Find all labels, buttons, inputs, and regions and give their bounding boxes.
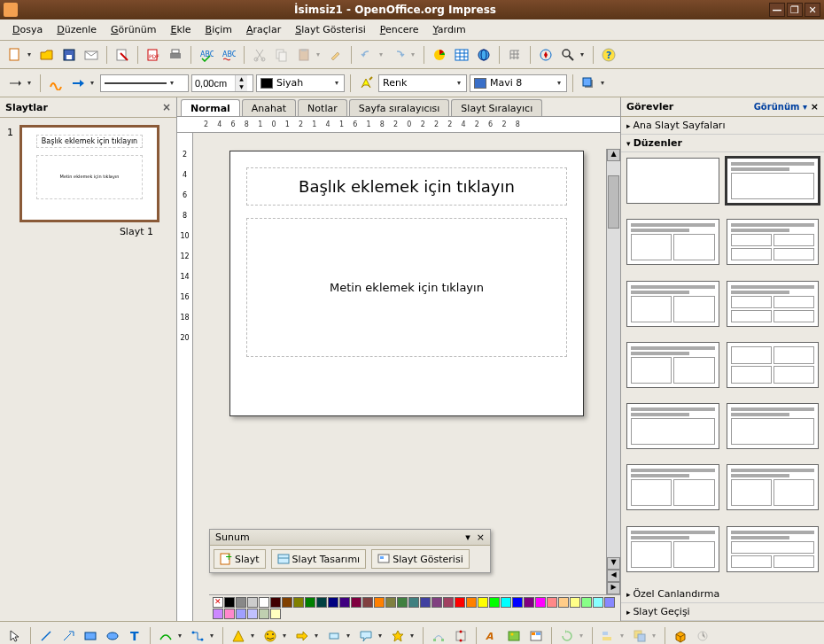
- shadow-button[interactable]: [579, 74, 598, 93]
- color-swatch[interactable]: [466, 597, 477, 608]
- color-swatch[interactable]: [408, 597, 419, 608]
- color-swatch[interactable]: [247, 609, 258, 619]
- color-swatch[interactable]: [489, 597, 500, 608]
- paste-dropdown[interactable]: ▾: [316, 50, 323, 58]
- tasks-view-menu[interactable]: Görünüm ▾: [754, 102, 807, 112]
- menu-biçim[interactable]: Biçim: [198, 21, 239, 38]
- color-swatch[interactable]: [259, 609, 269, 619]
- line-width-spinner[interactable]: ▲▼: [191, 74, 253, 92]
- color-swatch[interactable]: [351, 597, 361, 608]
- line-tool[interactable]: [36, 626, 56, 645]
- float-toolbar-header[interactable]: Sunum ▾ ×: [210, 530, 490, 546]
- slide-title-placeholder[interactable]: Başlık eklemek için tıklayın: [246, 167, 567, 206]
- color-swatch[interactable]: [293, 597, 304, 608]
- grid-button[interactable]: [505, 45, 525, 65]
- tab-sayfa-sıralayıcısı[interactable]: Sayfa sıralayıcısı: [349, 99, 450, 116]
- points-tool[interactable]: [429, 626, 448, 645]
- hyperlink-button[interactable]: [474, 45, 494, 65]
- layout-option-4[interactable]: [626, 281, 719, 327]
- color-swatch[interactable]: [236, 597, 246, 608]
- paste-button[interactable]: [294, 45, 314, 65]
- layout-option-7[interactable]: [727, 342, 820, 388]
- undo-button[interactable]: [357, 45, 377, 65]
- color-swatch[interactable]: [397, 597, 408, 608]
- layout-option-0[interactable]: [626, 158, 719, 204]
- float-toolbar-close[interactable]: ×: [477, 531, 485, 543]
- task-section-master[interactable]: Ana Slayt Sayfaları: [621, 117, 824, 135]
- tab-anahat[interactable]: Anahat: [242, 99, 296, 116]
- stars-tool[interactable]: [388, 626, 408, 645]
- curve-tool[interactable]: [156, 626, 175, 645]
- prev-slide-button[interactable]: ◀: [607, 570, 620, 582]
- redo-dropdown[interactable]: ▾: [411, 50, 418, 58]
- menu-pencere[interactable]: Pencere: [373, 21, 426, 38]
- next-slide-button[interactable]: ▶: [607, 582, 620, 594]
- edit-file-button[interactable]: [113, 45, 132, 65]
- color-swatch[interactable]: [236, 609, 246, 619]
- copy-button[interactable]: [272, 45, 292, 65]
- autospell-button[interactable]: ABC: [219, 45, 238, 65]
- tab-notlar[interactable]: Notlar: [298, 99, 347, 116]
- color-swatch[interactable]: [420, 597, 431, 608]
- line-end-button[interactable]: [68, 74, 88, 93]
- color-swatch[interactable]: [339, 597, 350, 608]
- task-section-animation[interactable]: Özel Canlandırma: [621, 586, 824, 603]
- rect-tool[interactable]: [81, 626, 100, 645]
- connector-tool[interactable]: [188, 626, 207, 645]
- save-button[interactable]: [59, 45, 79, 65]
- color-swatch[interactable]: [247, 597, 258, 608]
- slide[interactable]: Başlık eklemek için tıklayın Metin eklem…: [229, 151, 584, 416]
- color-swatch[interactable]: [581, 597, 592, 608]
- flowchart-tool[interactable]: [324, 626, 344, 645]
- arrow-line-tool[interactable]: [58, 626, 78, 645]
- color-swatch[interactable]: [224, 609, 235, 619]
- layout-option-1[interactable]: [727, 158, 820, 204]
- extrusion-tool[interactable]: [671, 626, 690, 645]
- presentation-float-toolbar[interactable]: Sunum ▾ × +Slayt Slayt Tasarımı Slayt Gö…: [209, 529, 491, 573]
- line-end-dropdown[interactable]: ▾: [90, 79, 97, 87]
- ellipse-tool[interactable]: [103, 626, 122, 645]
- color-swatch[interactable]: [501, 597, 511, 608]
- text-tool[interactable]: T: [125, 626, 144, 645]
- fontwork-tool[interactable]: A: [482, 626, 501, 645]
- maximize-button[interactable]: ❐: [787, 3, 803, 17]
- color-swatch[interactable]: [570, 597, 580, 608]
- color-swatch[interactable]: [328, 597, 338, 608]
- color-swatch[interactable]: [512, 597, 523, 608]
- color-swatch[interactable]: [316, 597, 327, 608]
- color-swatch[interactable]: [305, 597, 315, 608]
- spellcheck-button[interactable]: ABC: [197, 45, 216, 65]
- color-swatch[interactable]: [593, 597, 603, 608]
- block-arrows-tool[interactable]: [292, 626, 312, 645]
- symbol-shapes-tool[interactable]: [260, 626, 280, 645]
- layout-option-10[interactable]: [626, 464, 719, 510]
- minimize-button[interactable]: —: [769, 3, 785, 17]
- zoom-dropdown[interactable]: ▾: [580, 50, 587, 58]
- new-slide-button[interactable]: +Slayt: [214, 549, 266, 569]
- interaction-tool[interactable]: [693, 626, 712, 645]
- color-swatch[interactable]: [604, 597, 615, 608]
- scroll-thumb[interactable]: [608, 175, 619, 229]
- new-button[interactable]: [5, 45, 25, 65]
- area-style-icon[interactable]: [356, 74, 376, 93]
- line-type-combo[interactable]: ▾: [100, 74, 189, 92]
- menu-slayt gösterisi[interactable]: Slayt Gösterisi: [288, 21, 373, 38]
- rotate-tool[interactable]: [557, 626, 577, 645]
- arrange-tool[interactable]: [630, 626, 649, 645]
- menu-ekle[interactable]: Ekle: [163, 21, 198, 38]
- color-swatch[interactable]: [362, 597, 373, 608]
- scroll-down-button[interactable]: ▼: [607, 557, 620, 570]
- export-pdf-button[interactable]: PDF: [144, 45, 163, 65]
- zoom-button[interactable]: [558, 45, 578, 65]
- fill-color-combo[interactable]: Mavi 8 ▾: [470, 74, 567, 92]
- layout-option-5[interactable]: [727, 281, 820, 327]
- gluepoints-tool[interactable]: [451, 626, 470, 645]
- tab-slayt-sıralayıcı[interactable]: Slayt Sıralayıcı: [451, 99, 542, 116]
- color-swatch[interactable]: [213, 609, 223, 619]
- select-tool[interactable]: [5, 626, 25, 645]
- task-section-transition[interactable]: Slayt Geçişi: [621, 603, 824, 621]
- slide-thumb[interactable]: Başlık eklemek için tıklayın Metin eklem…: [19, 125, 159, 222]
- menu-düzenle[interactable]: Düzenle: [50, 21, 104, 38]
- layout-option-13[interactable]: [727, 526, 820, 572]
- line-style-icon[interactable]: [46, 74, 66, 93]
